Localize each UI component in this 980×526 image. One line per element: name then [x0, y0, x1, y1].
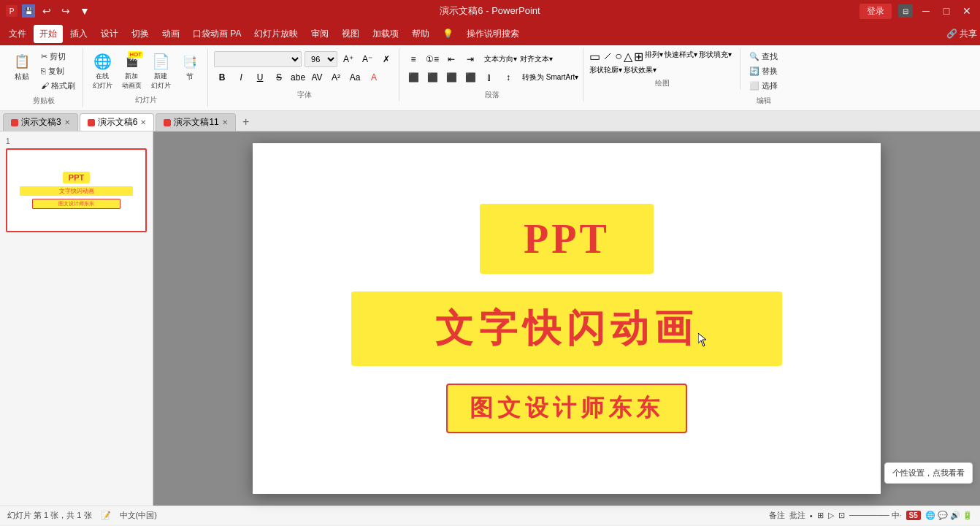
- tab-label-1: 演示文稿3: [21, 116, 61, 129]
- tab-close-2[interactable]: ✕: [140, 118, 146, 126]
- strikethrough-button[interactable]: S: [271, 69, 287, 85]
- font-color-button[interactable]: A: [366, 69, 382, 85]
- s5-brand-icon: S5: [906, 511, 921, 520]
- tab-presentation3[interactable]: 演示文稿3 ✕: [3, 113, 78, 131]
- char-spacing-button[interactable]: AV: [309, 69, 325, 85]
- font-family-select[interactable]: [214, 51, 302, 67]
- customize-icon[interactable]: ▼: [77, 4, 92, 18]
- shape-triangle-icon[interactable]: △: [624, 50, 632, 64]
- view-normal-icon[interactable]: ▪: [810, 511, 813, 520]
- line-spacing-button[interactable]: ↕: [500, 69, 516, 85]
- online-slides-button[interactable]: 🌐 在线幻灯片: [89, 50, 115, 92]
- tab-close-3[interactable]: ✕: [222, 118, 228, 126]
- paragraph-label: 段落: [485, 90, 499, 100]
- bullets-button[interactable]: ≡: [405, 51, 421, 67]
- format-painter-button[interactable]: 🖌 格式刷: [38, 79, 78, 93]
- add-tab-button[interactable]: +: [237, 113, 255, 131]
- align-text-button[interactable]: 对齐文本▾: [520, 54, 553, 64]
- ppt-title-text: PPT: [524, 216, 610, 262]
- view-reading-icon[interactable]: ▷: [828, 511, 834, 520]
- main-text-box[interactable]: 文字快闪动画: [351, 291, 782, 366]
- tooltip[interactable]: 个性设置，点我看看: [884, 462, 973, 484]
- maximize-button[interactable]: □: [939, 4, 954, 18]
- menu-transitions[interactable]: 切换: [126, 25, 155, 43]
- shape-fill-button[interactable]: 形状填充▾: [699, 50, 732, 64]
- menu-slideshow[interactable]: 幻灯片放映: [248, 25, 304, 43]
- menu-help[interactable]: 帮助: [406, 25, 435, 43]
- align-left-button[interactable]: ⬛: [405, 69, 421, 85]
- status-right: 备注 批注 ▪ ⊞ ▷ ⊡ ─────── 中· S5 🌐 💬 🔊 🔋: [769, 510, 973, 521]
- menu-search[interactable]: 操作说明搜索: [461, 25, 525, 43]
- slide-canvas[interactable]: PPT 文字快闪动画 图文设计师东东: [253, 143, 881, 494]
- status-bar: 幻灯片 第 1 张，共 1 张 📝 中文(中国) 备注 批注 ▪ ⊞ ▷ ⊡ ─…: [0, 506, 980, 525]
- redo-button[interactable]: ↪: [58, 4, 73, 18]
- undo-button[interactable]: ↩: [39, 4, 54, 18]
- align-center-button[interactable]: ⬛: [424, 69, 440, 85]
- text-shadow-button[interactable]: abe: [290, 69, 306, 85]
- decrease-indent-button[interactable]: ⇤: [443, 51, 459, 67]
- menu-lamp-icon[interactable]: 💡: [437, 26, 459, 42]
- menu-file[interactable]: 文件: [3, 25, 32, 43]
- save-icon[interactable]: 💾: [22, 4, 35, 18]
- sub-text-box[interactable]: 图文设计师东东: [446, 384, 687, 433]
- justify-button[interactable]: ⬛: [462, 69, 478, 85]
- new-slide-button[interactable]: 📄 新建幻灯片: [148, 50, 174, 92]
- login-button[interactable]: 登录: [859, 3, 892, 20]
- ppt-title-box[interactable]: PPT: [480, 204, 654, 274]
- shape-circle-icon[interactable]: ○: [615, 50, 622, 64]
- menu-insert[interactable]: 插入: [64, 25, 93, 43]
- comments-button[interactable]: 批注: [789, 510, 805, 521]
- numbering-button[interactable]: ①≡: [424, 51, 440, 67]
- align-right-button[interactable]: ⬛: [443, 69, 459, 85]
- view-slide-sorter-icon[interactable]: ⊞: [817, 511, 824, 520]
- shape-effects-button[interactable]: 形状效果▾: [624, 65, 656, 75]
- slide-thumbnail[interactable]: PPT 文字快闪动画 图文设计师东东: [6, 148, 147, 232]
- menu-design[interactable]: 设计: [95, 25, 124, 43]
- shape-rectangle-icon[interactable]: ▭: [589, 50, 600, 64]
- font-increase-button[interactable]: A⁺: [340, 51, 356, 67]
- tab-presentation6[interactable]: 演示文稿6 ✕: [80, 113, 155, 131]
- columns-button[interactable]: ⫿: [481, 69, 497, 85]
- window-mode-button[interactable]: ⊟: [898, 4, 913, 18]
- font-decrease-button[interactable]: A⁻: [359, 51, 375, 67]
- menu-home[interactable]: 开始: [34, 25, 63, 43]
- minimize-button[interactable]: ─: [919, 4, 933, 18]
- menu-addins[interactable]: 加载项: [367, 25, 405, 43]
- tab-presentation11[interactable]: 演示文稿11 ✕: [156, 113, 235, 131]
- share-button[interactable]: 🔗 共享: [946, 28, 977, 40]
- convert-smartart-button[interactable]: 转换为 SmartArt▾: [522, 72, 578, 83]
- arrange-button[interactable]: 排列▾: [645, 50, 663, 64]
- menu-view[interactable]: 视图: [336, 25, 365, 43]
- increase-indent-button[interactable]: ⇥: [462, 51, 478, 67]
- new-animation-button[interactable]: 🎬 HOT 新加动画页: [118, 50, 145, 92]
- paste-button[interactable]: 📋 粘贴: [9, 50, 35, 83]
- quick-styles-button[interactable]: 快速样式▾: [665, 50, 697, 64]
- menu-animations[interactable]: 动画: [156, 25, 185, 43]
- find-button[interactable]: 🔍 查找: [746, 50, 781, 64]
- replace-button[interactable]: 🔄 替换: [746, 64, 781, 78]
- font-label: 字体: [297, 90, 312, 100]
- close-button[interactable]: ✕: [960, 4, 974, 18]
- italic-button[interactable]: I: [233, 69, 249, 85]
- canvas-area[interactable]: PPT 文字快闪动画 图文设计师东东 个性设置，点我看看: [153, 132, 980, 506]
- font-size-select[interactable]: 96: [305, 51, 337, 67]
- select-button[interactable]: ⬜ 选择: [746, 79, 781, 93]
- shape-line-icon[interactable]: ⟋: [602, 50, 613, 64]
- section-button[interactable]: 📑 节: [177, 50, 203, 83]
- copy-button[interactable]: ⎘ 复制: [38, 64, 78, 78]
- clear-format-button[interactable]: ✗: [378, 51, 394, 67]
- menu-pa[interactable]: 口袋动画 PA: [187, 25, 247, 43]
- bold-button[interactable]: B: [214, 69, 230, 85]
- text-direction-button[interactable]: 文本方向▾: [484, 54, 517, 64]
- menu-review[interactable]: 审阅: [305, 25, 334, 43]
- cut-button[interactable]: ✂ 剪切: [38, 50, 78, 64]
- shape-outline-button[interactable]: 形状轮廓▾: [589, 65, 622, 75]
- subscript-button[interactable]: A²: [328, 69, 344, 85]
- view-present-icon[interactable]: ⊡: [838, 511, 845, 520]
- underline-button[interactable]: U: [252, 69, 268, 85]
- case-button[interactable]: Aa: [347, 69, 363, 85]
- zoom-control[interactable]: ─────── 中·: [849, 510, 902, 521]
- tab-close-1[interactable]: ✕: [64, 118, 70, 126]
- shape-more-icon[interactable]: ⊞: [634, 50, 643, 64]
- notes-button[interactable]: 备注: [769, 510, 785, 521]
